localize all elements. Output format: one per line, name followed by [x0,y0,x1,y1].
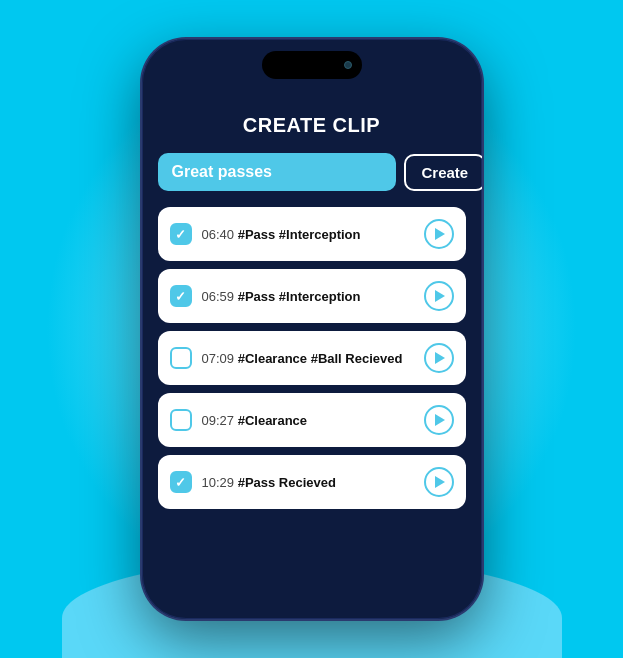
play-button-3[interactable] [424,343,454,373]
list-item: 06:40 #Pass #Interception [158,207,466,261]
clip-tags-3: #Clearance #Ball Recieved [238,351,403,366]
clip-checkbox-5[interactable] [170,471,192,493]
page-title: CREATE CLIP [158,114,466,137]
clip-time-3: 07:09 [202,351,235,366]
clip-name-input[interactable] [158,153,396,191]
clip-time-2: 06:59 [202,289,235,304]
list-item: 10:29 #Pass Recieved [158,455,466,509]
clip-info-2: 06:59 #Pass #Interception [202,289,414,304]
phone-content: CREATE CLIP Create 06:40 #Pass #Intercep… [142,94,482,619]
clip-checkbox-2[interactable] [170,285,192,307]
clip-info-5: 10:29 #Pass Recieved [202,475,414,490]
play-button-2[interactable] [424,281,454,311]
play-icon-2 [435,290,445,302]
create-button[interactable]: Create [404,154,482,191]
dynamic-island [262,51,362,79]
clip-time-5: 10:29 [202,475,235,490]
list-item: 07:09 #Clearance #Ball Recieved [158,331,466,385]
clip-info-1: 06:40 #Pass #Interception [202,227,414,242]
clip-tags-4: #Clearance [238,413,307,428]
phone-frame: CREATE CLIP Create 06:40 #Pass #Intercep… [142,39,482,619]
play-icon-1 [435,228,445,240]
camera-dot [344,61,352,69]
play-icon-4 [435,414,445,426]
list-item: 09:27 #Clearance [158,393,466,447]
clip-info-4: 09:27 #Clearance [202,413,414,428]
clips-list: 06:40 #Pass #Interception06:59 #Pass #In… [158,207,466,509]
play-button-5[interactable] [424,467,454,497]
input-row: Create [158,153,466,191]
clip-time-4: 09:27 [202,413,235,428]
clip-tags-5: #Pass Recieved [238,475,336,490]
clip-tags-2: #Pass #Interception [238,289,361,304]
play-icon-5 [435,476,445,488]
clip-tags-1: #Pass #Interception [238,227,361,242]
clip-checkbox-1[interactable] [170,223,192,245]
play-button-4[interactable] [424,405,454,435]
clip-info-3: 07:09 #Clearance #Ball Recieved [202,351,414,366]
clip-checkbox-3[interactable] [170,347,192,369]
play-button-1[interactable] [424,219,454,249]
list-item: 06:59 #Pass #Interception [158,269,466,323]
play-icon-3 [435,352,445,364]
clip-time-1: 06:40 [202,227,235,242]
clip-checkbox-4[interactable] [170,409,192,431]
